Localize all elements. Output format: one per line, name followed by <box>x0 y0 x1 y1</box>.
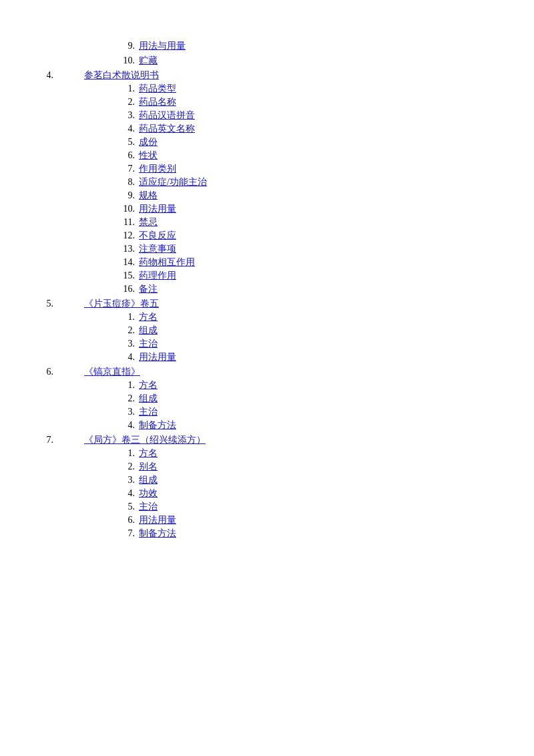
sub-item-number: 13. <box>120 244 135 254</box>
sub-item-number: 3. <box>120 339 135 349</box>
sub-item-link[interactable]: 备注 <box>139 283 158 295</box>
sub-list-item: 7.制备方法 <box>40 528 494 540</box>
sub-item-number: 4. <box>120 352 135 363</box>
sub-list-item: 2.组成 <box>40 325 494 337</box>
sub-list-item: 12.不良反应 <box>40 230 494 242</box>
sub-item-link[interactable]: 主治 <box>139 501 158 513</box>
sub-list-item: 4.功效 <box>40 488 494 500</box>
sub-item-link[interactable]: 禁忌 <box>139 216 158 228</box>
sub-item-number: 9. <box>120 190 135 201</box>
page-content: 9.用法与用量10.贮藏4.参茗白术散说明书1.药品类型2.药品名称3.药品汉语… <box>0 27 534 556</box>
sub-item-number: 7. <box>120 164 135 174</box>
sub-list-item: 3.药品汉语拼音 <box>40 110 494 122</box>
sub-list-item: 6.性状 <box>40 150 494 162</box>
sub-item-link[interactable]: 性状 <box>139 150 158 162</box>
sub-item-link[interactable]: 制备方法 <box>139 528 176 540</box>
sub-list-item: 6.用法用量 <box>40 514 494 526</box>
sub-item-link[interactable]: 注意事项 <box>139 243 176 255</box>
sub-item-link[interactable]: 方名 <box>139 447 158 459</box>
sub-item-number: 5. <box>120 502 135 512</box>
sub-item-number: 15. <box>120 270 135 281</box>
section-title-link[interactable]: 《局方》卷三（绍兴续添方） <box>84 434 206 446</box>
sub-list-item: 2.药品名称 <box>40 96 494 108</box>
sub-item-link[interactable]: 作用类别 <box>139 163 176 175</box>
sub-list-item: 2.别名 <box>40 461 494 473</box>
sub-item-number: 4. <box>120 488 135 499</box>
sub-item-number: 10. <box>120 204 135 214</box>
sub-item-link[interactable]: 别名 <box>139 461 158 473</box>
sub-item-number: 2. <box>120 325 135 336</box>
sub-list-item: 4.药品英文名称 <box>40 123 494 135</box>
sub-item-number: 1. <box>120 312 135 323</box>
sub-item-link[interactable]: 药品名称 <box>139 96 176 108</box>
sub-item-link[interactable]: 主治 <box>139 338 158 350</box>
section-title-link[interactable]: 参茗白术散说明书 <box>84 69 159 81</box>
sub-item-link[interactable]: 药品英文名称 <box>139 123 195 135</box>
sub-item-link[interactable]: 功效 <box>139 488 158 500</box>
sub-item-link[interactable]: 不良反应 <box>139 230 176 242</box>
section-number: 4. <box>40 70 53 81</box>
sub-list: 1.方名2.组成3.主治4.用法用量 <box>40 311 494 363</box>
sub-item-link[interactable]: 用法用量 <box>139 351 176 363</box>
item-number: 9. <box>120 41 135 51</box>
sub-item-link[interactable]: 药物相互作用 <box>139 256 195 268</box>
sub-item-number: 4. <box>120 124 135 134</box>
section-title-link[interactable]: 《片玉痘疹》卷五 <box>84 298 159 310</box>
item-link[interactable]: 贮藏 <box>139 55 158 67</box>
sub-item-number: 2. <box>120 393 135 404</box>
sub-item-link[interactable]: 组成 <box>139 325 158 337</box>
sub-list-item: 1.方名 <box>40 311 494 323</box>
sub-item-number: 8. <box>120 177 135 188</box>
sub-list: 1.药品类型2.药品名称3.药品汉语拼音4.药品英文名称5.成份6.性状7.作用… <box>40 83 494 295</box>
sub-list-item: 4.制备方法 <box>40 419 494 431</box>
sub-item-number: 3. <box>120 110 135 121</box>
sub-list-item: 4.用法用量 <box>40 351 494 363</box>
sub-list-item: 5.主治 <box>40 501 494 513</box>
sub-list-item: 8.适应症/功能主治 <box>40 176 494 188</box>
sub-list-item: 1.方名 <box>40 447 494 459</box>
section-number: 6. <box>40 367 53 377</box>
sub-item-number: 11. <box>120 217 135 228</box>
sub-list-item: 11.禁忌 <box>40 216 494 228</box>
sub-list: 1.方名2.组成3.主治4.制备方法 <box>40 379 494 431</box>
sub-item-number: 1. <box>120 83 135 94</box>
section-title-link[interactable]: 《镐京直指》 <box>84 366 140 378</box>
section-header: 7.《局方》卷三（绍兴续添方） <box>40 434 494 446</box>
sub-item-link[interactable]: 用法用量 <box>139 514 176 526</box>
sub-item-link[interactable]: 规格 <box>139 190 158 202</box>
sub-item-number: 3. <box>120 475 135 486</box>
section-number: 5. <box>40 299 53 309</box>
item-link[interactable]: 用法与用量 <box>139 40 186 52</box>
section-item: 4.参茗白术散说明书1.药品类型2.药品名称3.药品汉语拼音4.药品英文名称5.… <box>40 69 494 295</box>
sub-item-number: 5. <box>120 137 135 148</box>
sub-item-number: 14. <box>120 257 135 268</box>
sub-item-link[interactable]: 方名 <box>139 379 158 391</box>
list-item: 10.贮藏 <box>40 55 494 67</box>
sub-item-link[interactable]: 制备方法 <box>139 419 176 431</box>
main-list: 9.用法与用量10.贮藏4.参茗白术散说明书1.药品类型2.药品名称3.药品汉语… <box>40 40 494 540</box>
sub-list-item: 9.用法与用量 <box>40 40 494 52</box>
sub-item-link[interactable]: 成份 <box>139 136 158 148</box>
sub-item-number: 4. <box>120 420 135 431</box>
sub-item-link[interactable]: 方名 <box>139 311 158 323</box>
sub-list-item: 16.备注 <box>40 283 494 295</box>
sub-list-item: 3.主治 <box>40 406 494 418</box>
sub-item-link[interactable]: 主治 <box>139 406 158 418</box>
section-item: 6.《镐京直指》1.方名2.组成3.主治4.制备方法 <box>40 366 494 431</box>
sub-item-link[interactable]: 组成 <box>139 474 158 486</box>
sub-list-item: 10.用法用量 <box>40 203 494 215</box>
sub-list-item: 1.方名 <box>40 379 494 391</box>
sub-item-link[interactable]: 药品汉语拼音 <box>139 110 195 122</box>
sub-list-item: 5.成份 <box>40 136 494 148</box>
sub-item-link[interactable]: 组成 <box>139 393 158 405</box>
sub-item-link[interactable]: 适应症/功能主治 <box>139 176 207 188</box>
sub-item-link[interactable]: 用法用量 <box>139 203 176 215</box>
sub-item-number: 6. <box>120 150 135 161</box>
sub-list-item: 7.作用类别 <box>40 163 494 175</box>
sub-item-number: 1. <box>120 380 135 391</box>
sub-item-number: 3. <box>120 407 135 417</box>
sub-item-link[interactable]: 药理作用 <box>139 270 176 282</box>
section-header: 6.《镐京直指》 <box>40 366 494 378</box>
sub-item-link[interactable]: 药品类型 <box>139 83 176 95</box>
item-number: 10. <box>120 55 135 66</box>
